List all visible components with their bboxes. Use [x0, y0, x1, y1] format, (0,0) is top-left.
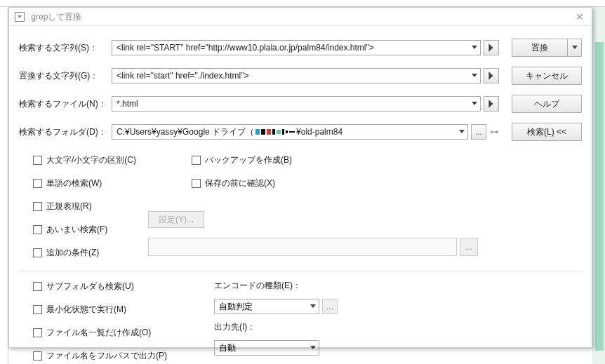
- fuzzy-checkbox[interactable]: あいまい検索(F): [30, 223, 107, 236]
- help-button[interactable]: ヘルプ: [512, 95, 582, 113]
- window-title: grepして置換: [31, 12, 81, 22]
- search-file-dropdown[interactable]: [469, 97, 480, 111]
- search-string-label: 検索する文字列(S)：: [19, 42, 112, 54]
- cancel-button[interactable]: キャンセル: [512, 67, 582, 85]
- search-folder-label: 検索するフォルダ(D)：: [19, 126, 112, 138]
- encoding-select[interactable]: 自動判定: [214, 299, 319, 314]
- replace-string-combo[interactable]: <link rel="start" href="./index.html">: [112, 68, 481, 83]
- additional-conditions-field: [148, 238, 457, 256]
- fuzzy-settings-button: 設定(Y)...: [148, 211, 204, 228]
- search-string-dropdown[interactable]: [469, 41, 480, 55]
- encoding-options-button[interactable]: ...: [322, 299, 338, 314]
- encoding-label: エンコードの種類(E)：: [214, 280, 301, 292]
- search-file-value: *.html: [112, 99, 469, 109]
- word-checkbox[interactable]: 単語の検索(W): [30, 177, 189, 190]
- subfolder-checkbox[interactable]: サブフォルダも検索(U): [30, 280, 214, 293]
- minimized-checkbox[interactable]: 最小化状態で実行(M): [30, 303, 214, 316]
- output-select[interactable]: 自動: [214, 340, 319, 356]
- replace-string-value: <link rel="start" href="./index.html">: [112, 71, 469, 81]
- separator: [19, 271, 582, 271]
- search-string-expand-button[interactable]: [484, 40, 499, 55]
- titlebar: grepして置換 ✕: [9, 8, 592, 26]
- output-label: 出力先(I)：: [214, 321, 255, 333]
- confirm-checkbox[interactable]: 保存の前に確認(X): [189, 177, 582, 190]
- search-folder-value: C:¥Users¥yassy¥Google ドライブ（ ¥old-palm84: [112, 126, 456, 138]
- browse-folder-button[interactable]: ...: [471, 124, 486, 140]
- additional-conditions-checkbox[interactable]: 追加の条件(Z): [30, 246, 99, 259]
- search-string-combo[interactable]: <link rel="START" href="http://www10.pla…: [112, 40, 481, 55]
- replace-button-dropdown[interactable]: [568, 39, 582, 57]
- backup-checkbox[interactable]: バックアップを作成(B): [189, 154, 582, 167]
- replace-string-expand-button[interactable]: [484, 68, 499, 83]
- search-file-label: 検索するファイル(N)：: [19, 98, 112, 110]
- replace-string-dropdown[interactable]: [469, 69, 480, 83]
- search-file-expand-button[interactable]: [484, 96, 499, 112]
- replace-string-label: 置換する文字列(G)：: [19, 70, 112, 82]
- additional-conditions-button[interactable]: ...: [460, 238, 478, 256]
- fullpath-checkbox[interactable]: ファイル名をフルパスで出力(P): [30, 349, 214, 363]
- grep-replace-dialog: grepして置換 ✕ 検索する文字列(S)： <link rel="START"…: [8, 7, 592, 348]
- search-folder-dropdown[interactable]: [456, 125, 467, 139]
- pin-icon[interactable]: ⊶: [489, 127, 499, 137]
- close-button[interactable]: ✕: [573, 11, 586, 23]
- replace-button[interactable]: 置換: [512, 39, 568, 57]
- search-button[interactable]: 検索(L) <<: [512, 123, 582, 141]
- case-checkbox[interactable]: 大文字/小文字の区別(C): [30, 154, 189, 167]
- filelist-checkbox[interactable]: ファイル名一覧だけ作成(O): [30, 326, 214, 339]
- search-string-value: <link rel="START" href="http://www10.pla…: [112, 43, 469, 53]
- search-folder-combo[interactable]: C:¥Users¥yassy¥Google ドライブ（ ¥old-palm84: [112, 124, 468, 140]
- search-file-combo[interactable]: *.html: [112, 96, 481, 112]
- redacted-icon: [254, 129, 296, 135]
- app-icon: [15, 12, 25, 22]
